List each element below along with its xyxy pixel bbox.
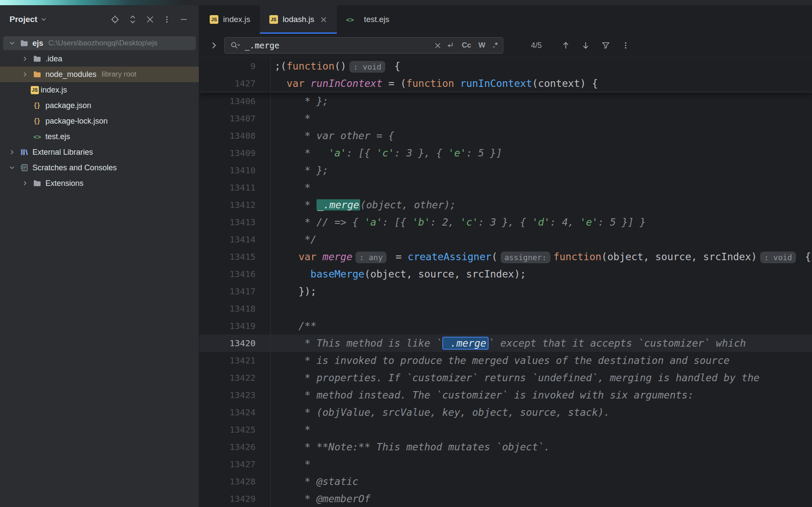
hide-panel-icon[interactable] — [180, 16, 188, 23]
next-match-icon[interactable] — [582, 41, 590, 50]
token — [304, 78, 310, 89]
token: * — [275, 147, 329, 159]
tree-item-external-libraries[interactable]: External Libraries — [0, 144, 199, 160]
code-line-13421[interactable]: 13421 * is invoked to produce the merged… — [199, 352, 812, 369]
toggle-words[interactable]: W — [479, 41, 486, 50]
project-tree: ejsC:\Users\baozhongqi\Desktop\ejs.idean… — [0, 34, 199, 191]
code-line-9[interactable]: 9;(function(): void { — [199, 57, 812, 75]
code-line-13412[interactable]: 13412 * _.merge(object, other); — [199, 196, 812, 214]
toggle-new-line-icon[interactable] — [446, 41, 454, 49]
project-toolbar — [111, 15, 188, 24]
code-line-13418[interactable]: 13418 — [199, 300, 812, 317]
js-file-icon: JS — [210, 15, 218, 24]
more-options-icon[interactable] — [163, 16, 171, 23]
code-line-13427[interactable]: 13427 * — [199, 456, 812, 473]
tree-item-label: ejs — [32, 39, 43, 48]
token: baseMerge — [310, 268, 364, 280]
line-number: 13426 — [199, 438, 271, 456]
expand-all-icon[interactable] — [128, 15, 137, 24]
token: function — [406, 78, 454, 89]
search-match-highlight: _.merge — [316, 199, 360, 210]
search-more-options-icon[interactable] — [622, 41, 630, 49]
code-line-13410[interactable]: 13410 * }; — [199, 162, 812, 179]
previous-match-icon[interactable] — [562, 41, 570, 50]
code-line-13423[interactable]: 13423 * method instead. The `customizer`… — [199, 386, 812, 404]
code-line-13425[interactable]: 13425 * — [199, 421, 812, 438]
token: * var other = { — [275, 130, 394, 141]
toggle-regex[interactable]: .* — [493, 41, 498, 50]
toggle-match-case[interactable]: Cc — [462, 41, 471, 50]
code-line-13417[interactable]: 13417 }); — [199, 283, 812, 300]
code-line-13414[interactable]: 13414 */ — [199, 231, 812, 248]
tab-test-ejs[interactable]: <>test.ejs — [337, 5, 399, 34]
filter-icon[interactable] — [601, 41, 610, 50]
token: var — [298, 251, 316, 262]
code-line-1427[interactable]: 1427 var runInContext = (function runInC… — [199, 75, 812, 92]
locate-file-icon[interactable] — [111, 15, 119, 24]
chevron-right-icon[interactable] — [19, 180, 31, 187]
chevron-down-icon[interactable] — [40, 16, 47, 23]
line-number: 13406 — [199, 92, 271, 110]
line-number: 13412 — [199, 196, 271, 214]
code-line-13409[interactable]: 13409 * 'a': [{ 'c': 3 }, { 'e': 5 }] — [199, 144, 812, 162]
token: * — [275, 182, 310, 193]
code-text: /** — [271, 317, 316, 335]
code-text: var runInContext = (function runInContex… — [271, 75, 598, 92]
collapse-all-icon[interactable] — [146, 16, 154, 23]
tree-item-label: package-lock.json — [45, 117, 108, 126]
sticky-lines: 9;(function(): void {1427 var runInConte… — [199, 57, 812, 92]
code-line-13407[interactable]: 13407 * — [199, 110, 812, 127]
window-titlebar — [0, 0, 812, 5]
chevron-right-icon[interactable] — [6, 149, 18, 156]
token: * **Note:** This method mutates `object`… — [275, 441, 550, 453]
token: (object, source, srcIndex) — [601, 251, 757, 262]
search-input[interactable]: _.merge — [245, 41, 430, 50]
tree-item-idea[interactable]: .idea — [0, 51, 199, 67]
chevron-down-icon[interactable] — [6, 40, 18, 47]
code-line-13406[interactable]: 13406 * }; — [199, 92, 812, 110]
editor[interactable]: 9;(function(): void {1427 var runInConte… — [199, 57, 812, 507]
code-line-13429[interactable]: 13429 * @memberOf — [199, 490, 812, 507]
code-line-13408[interactable]: 13408 * var other = { — [199, 127, 812, 144]
tab-lodash-js[interactable]: JSlodash.js — [260, 5, 337, 34]
expand-search-icon[interactable] — [206, 41, 222, 50]
token: * (objValue, srcValue, key, object, sour… — [275, 407, 610, 418]
search-icon[interactable] — [230, 41, 240, 50]
tree-item-scratches-and-consoles[interactable]: Scratches and Consoles — [0, 160, 199, 175]
tab-index-js[interactable]: JSindex.js — [200, 5, 260, 34]
tree-item-package-lock-json[interactable]: {}package-lock.json — [0, 113, 199, 129]
folder-lib-icon — [31, 71, 44, 78]
clear-search-icon[interactable] — [434, 42, 441, 49]
code-line-13419[interactable]: 13419 /** — [199, 317, 812, 335]
code-line-13415[interactable]: 13415 var merge: any = createAssigner(as… — [199, 248, 812, 265]
tree-item-index-js[interactable]: JSindex.js — [0, 82, 199, 98]
code-text: * method instead. The `customizer` is in… — [271, 386, 694, 404]
tree-item-ejs[interactable]: ejsC:\Users\baozhongqi\Desktop\ejs — [0, 35, 199, 51]
code-line-13413[interactable]: 13413 * // => { 'a': [{ 'b': 2, 'c': 3 }… — [199, 214, 812, 231]
token: * — [275, 459, 310, 470]
code-line-13426[interactable]: 13426 * **Note:** This method mutates `o… — [199, 438, 812, 456]
tree-item-test-ejs[interactable]: <>test.ejs — [0, 129, 199, 144]
inlay-hint: : void — [349, 61, 385, 73]
tree-item-extensions[interactable]: Extensions — [0, 175, 199, 191]
code-line-13424[interactable]: 13424 * (objValue, srcValue, key, object… — [199, 404, 812, 421]
line-number: 13424 — [199, 404, 271, 421]
line-number: 13421 — [199, 352, 271, 369]
code-line-13428[interactable]: 13428 * @static — [199, 473, 812, 490]
project-panel-title[interactable]: Project — [10, 15, 37, 24]
tree-item-package-json[interactable]: {}package.json — [0, 98, 199, 113]
close-tab-icon[interactable] — [320, 16, 327, 23]
search-field[interactable]: _.merge CcW.* — [224, 37, 503, 54]
token: = ( — [382, 78, 406, 89]
code-line-13420[interactable]: 13420 * This method is like `_.merge` ex… — [199, 335, 812, 352]
chevron-down-icon[interactable] — [6, 164, 18, 171]
code-line-13422[interactable]: 13422 * properties. If `customizer` retu… — [199, 369, 812, 386]
chevron-right-icon[interactable] — [19, 55, 31, 62]
chevron-right-icon[interactable] — [19, 71, 31, 78]
tree-item-node-modules[interactable]: node_moduleslibrary root — [0, 67, 199, 82]
code-line-13411[interactable]: 13411 * — [199, 179, 812, 196]
line-number: 13416 — [199, 265, 271, 283]
tab-label: test.ejs — [364, 15, 390, 24]
code-line-13416[interactable]: 13416 baseMerge(object, source, srcIndex… — [199, 265, 812, 283]
token: function — [287, 61, 335, 72]
